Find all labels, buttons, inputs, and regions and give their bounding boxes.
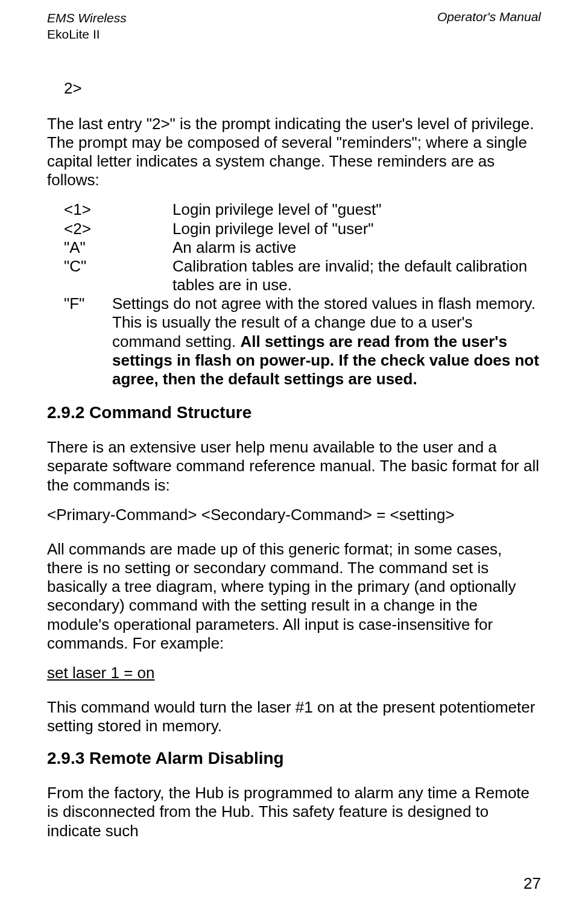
reminder-item: <2> Login privilege level of "user" [64, 220, 541, 238]
command-format: <Primary-Command> <Secondary-Command> = … [47, 506, 541, 524]
header-right: Operator's Manual [437, 10, 541, 43]
intro-paragraph: The last entry "2>" is the prompt indica… [47, 115, 541, 190]
section-paragraph: This command would turn the laser #1 on … [47, 698, 541, 735]
reminder-desc: Login privilege level of "user" [172, 220, 541, 238]
command-example: set laser 1 = on [47, 664, 541, 682]
reminder-key: "C" [64, 257, 172, 294]
reminder-key: "A" [64, 238, 172, 257]
section-heading: 2.9.3 Remote Alarm Disabling [47, 749, 541, 768]
reminder-item: "A" An alarm is active [64, 238, 541, 257]
section-paragraph: From the factory, the Hub is programmed … [47, 784, 541, 840]
reminder-key: <1> [64, 200, 172, 219]
reminder-desc: Calibration tables are invalid; the defa… [172, 257, 541, 294]
reminder-key: <2> [64, 220, 172, 238]
reminder-item: "C" Calibration tables are invalid; the … [64, 257, 541, 294]
prompt-text: 2> [64, 79, 541, 98]
section-paragraph: All commands are made up of this generic… [47, 540, 541, 653]
reminder-desc: Login privilege level of "guest" [172, 200, 541, 219]
page-number: 27 [523, 874, 541, 893]
page-header: EMS Wireless EkoLite II Operator's Manua… [47, 10, 541, 43]
reminder-desc: An alarm is active [172, 238, 541, 257]
header-left: EMS Wireless EkoLite II [47, 10, 127, 43]
reminder-item: "F" Settings do not agree with the store… [64, 294, 541, 389]
header-brand: EMS Wireless [47, 10, 127, 26]
reminder-list: <1> Login privilege level of "guest" <2>… [64, 200, 541, 389]
section-paragraph: There is an extensive user help menu ava… [47, 438, 541, 495]
reminder-item: <1> Login privilege level of "guest" [64, 200, 541, 219]
reminder-key: "F" [64, 294, 112, 389]
header-product: EkoLite II [47, 26, 127, 42]
section-heading: 2.9.2 Command Structure [47, 403, 541, 422]
reminder-desc: Settings do not agree with the stored va… [112, 294, 541, 389]
